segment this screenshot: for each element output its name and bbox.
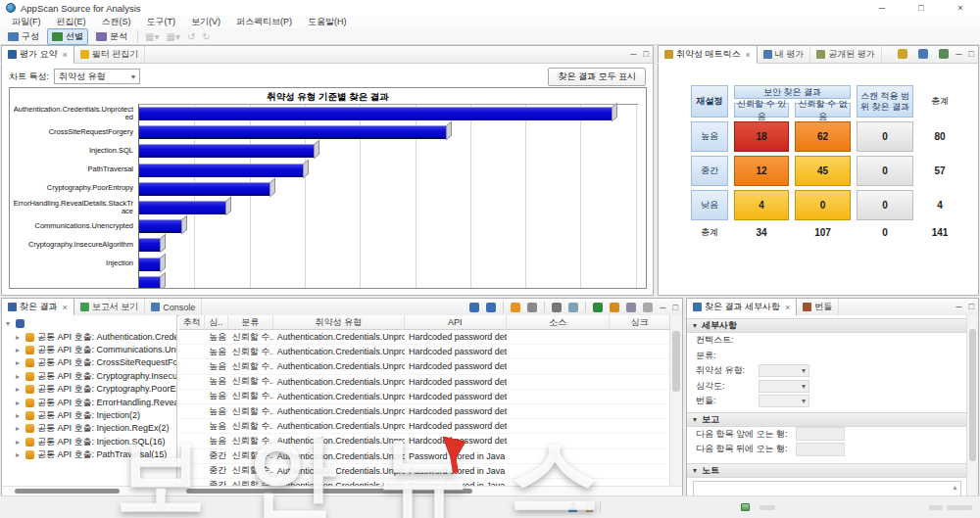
table-row[interactable]: 높음신뢰할 수...Authentication.Credentials.Unp… (179, 390, 670, 404)
expander-closed-icon[interactable]: ▸ (16, 438, 23, 447)
people-icon[interactable] (918, 49, 928, 59)
column-header-5[interactable]: API (405, 315, 507, 329)
section-header-3[interactable]: ▾노트 (687, 463, 967, 478)
chart-bar[interactable] (139, 125, 448, 139)
maximize-button[interactable]: □ (902, 0, 941, 16)
menu-item-5[interactable]: 보기(V) (183, 16, 228, 28)
tab-close-icon[interactable]: × (785, 303, 790, 312)
expander-closed-icon[interactable]: ▸ (16, 424, 23, 433)
matrix-tab-1[interactable]: 취약성 매트릭스× (658, 45, 758, 64)
table-row[interactable]: 높음신뢰할 수...Authentication.Credentials.Unp… (179, 419, 670, 434)
matrix-cell-trusted-2[interactable]: 12 (734, 156, 789, 186)
notes-textarea[interactable]: ▲ (693, 481, 961, 496)
matrix-tab-2[interactable]: 내 평가 (758, 46, 811, 63)
expander-closed-icon[interactable]: ▸ (16, 372, 23, 381)
details-vertical-scrollbar[interactable] (966, 315, 978, 495)
chart-bar[interactable] (139, 164, 305, 177)
table-row[interactable]: 높음신뢰할 수...Authentication.Credentials.Unp… (179, 345, 670, 359)
matrix-filter-icon[interactable] (898, 49, 907, 59)
findings-tab-1[interactable]: 찾은 결과× (1, 298, 74, 316)
menu-item-6[interactable]: 퍼스펙티브(P) (228, 16, 300, 28)
chart-bar[interactable] (139, 276, 162, 289)
table-row[interactable]: 높음신뢰할 수...Authentication.Credentials.Unp… (179, 359, 670, 374)
panel-minimize-icon[interactable]: ─ (630, 49, 636, 59)
field-dropdown[interactable]: ▾ (759, 395, 809, 407)
section-header-2[interactable]: ▾보고 (687, 412, 967, 427)
chart-bar[interactable] (139, 258, 162, 271)
tree-item-8[interactable]: ▸공통 API 호출: Injection.RegEx(2) (2, 422, 176, 435)
menu-item-4[interactable]: 도구(T) (139, 16, 184, 28)
table-row[interactable]: 높음신뢰할 수...Authentication.Credentials.Unp… (179, 375, 670, 390)
column-header-4[interactable]: 취약성 유형 (273, 315, 405, 329)
panel-maximize-icon[interactable]: □ (644, 49, 649, 59)
tree-item-9[interactable]: ▸공통 API 호출: Injection.SQL(16) (2, 436, 176, 448)
table-row[interactable]: 중간신뢰할 수...Authentication.Credentials.Unp… (179, 464, 670, 479)
tree-item-10[interactable]: ▸공통 API 호출: PathTraversal(15) (2, 448, 176, 461)
tree-root-findings[interactable]: ▾ (2, 317, 176, 330)
section-header-1[interactable]: ▾세부사항 (687, 318, 967, 333)
panel-minimize-icon[interactable]: ─ (956, 302, 961, 311)
table-row[interactable]: 높음신뢰할 수...Authentication.Credentials.Unp… (179, 434, 670, 448)
matrix-cell-scan-1[interactable]: 0 (857, 121, 913, 152)
scan-dropdown-icon[interactable]: ▦▾ (143, 31, 161, 42)
close-button[interactable]: × (941, 0, 980, 16)
matrix-cell-trusted-1[interactable]: 18 (734, 121, 789, 152)
panel-maximize-icon[interactable]: □ (673, 303, 678, 312)
overflow-menu-icon[interactable] (643, 303, 653, 312)
dropdown-arrow-icon[interactable] (527, 303, 537, 312)
scrollbar-thumb[interactable] (969, 329, 976, 461)
tree-item-4[interactable]: ▸공통 API 호출: Cryptography.InsecureAl (2, 370, 176, 383)
export-icon[interactable] (626, 303, 636, 312)
matrix-cell-untrusted-1[interactable]: 62 (795, 121, 851, 152)
expander-closed-icon[interactable]: ▸ (16, 411, 23, 420)
tab-close-icon[interactable]: × (63, 303, 68, 312)
expander-closed-icon[interactable]: ▸ (16, 346, 23, 354)
panel-minimize-icon[interactable]: ─ (660, 303, 665, 312)
filter-clear-icon[interactable] (939, 49, 949, 59)
table-view-icon[interactable] (568, 303, 578, 312)
field-dropdown[interactable]: ▾ (759, 380, 809, 393)
redo-icon[interactable]: ↻ (200, 31, 212, 42)
details-tab-2[interactable]: 번들 (797, 299, 839, 315)
expander-closed-icon[interactable]: ▸ (16, 450, 23, 459)
table-row[interactable]: 중간신뢰할 수...Authentication.Credentials.Unp… (179, 449, 670, 464)
table-hscroll-thumb[interactable] (186, 489, 472, 494)
details-tab-1[interactable]: 찾은 결과 세부사항× (686, 298, 797, 316)
scrollbar-thumb[interactable] (672, 331, 680, 392)
expander-closed-icon[interactable]: ▸ (16, 399, 23, 407)
expander-closed-icon[interactable]: ▸ (16, 333, 23, 342)
toolbar-button-3[interactable]: 분석 (91, 28, 132, 45)
chart-bar[interactable] (139, 144, 316, 158)
search-icon[interactable] (552, 303, 562, 312)
show-all-findings-button[interactable]: 찾은 결과 모두 표시 (548, 68, 646, 86)
matrix-cell-scan-2[interactable]: 0 (857, 156, 913, 186)
panel-minimize-icon[interactable]: ─ (956, 49, 961, 59)
findings-tab-3[interactable]: Console (145, 299, 202, 315)
column-header-6[interactable]: 소스 (507, 315, 611, 329)
matrix-cell-untrusted-2[interactable]: 45 (795, 156, 851, 186)
chart-bar[interactable] (139, 107, 613, 120)
toolbar-button-2[interactable]: 선별 (47, 28, 88, 45)
summary-tab-2[interactable]: 필터 편집기 (74, 46, 146, 63)
api-group-icon[interactable] (511, 303, 520, 312)
undo-icon[interactable]: ↺ (185, 31, 197, 42)
column-header-7[interactable]: 싱크 (610, 315, 670, 329)
export-excel-icon[interactable] (593, 303, 603, 312)
menu-item-1[interactable]: 파일(F) (4, 16, 49, 28)
tab-close-icon[interactable]: × (63, 50, 68, 60)
tab-close-icon[interactable]: × (746, 50, 751, 60)
tree-item-5[interactable]: ▸공통 API 호출: Cryptography.PoorEntro (2, 383, 176, 396)
chart-attribute-select[interactable]: 취약성 유형 ▾ (54, 69, 140, 84)
trace-in-icon[interactable] (469, 303, 479, 312)
tree-item-3[interactable]: ▸공통 API 호출: CrossSiteRequestForgery (2, 356, 176, 369)
field-input[interactable] (796, 443, 845, 456)
chart-bar[interactable] (139, 238, 162, 252)
column-header-3[interactable]: 분류 (228, 315, 273, 329)
trace-out-icon[interactable] (486, 303, 496, 312)
findings-vertical-scrollbar[interactable] (669, 315, 682, 487)
table-row[interactable]: 높음신뢰할 수...Authentication.Credentials.Unp… (179, 330, 670, 345)
table-row[interactable]: 높음신뢰할 수...Authentication.Credentials.Unp… (179, 404, 670, 419)
matrix-cell-scan-3[interactable]: 0 (857, 190, 913, 220)
tree-item-6[interactable]: ▸공통 API 호출: ErrorHandling.RevealDe (2, 396, 176, 408)
field-dropdown[interactable]: ▾ (759, 364, 809, 377)
